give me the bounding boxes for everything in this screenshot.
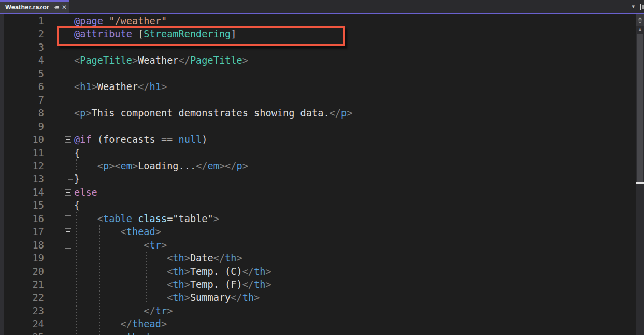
line-number: 13	[0, 172, 44, 185]
code-line[interactable]: 8<p>This component demonstrates showing …	[0, 107, 632, 120]
code-text[interactable]: {	[74, 147, 80, 159]
code-line[interactable]: 15{	[0, 199, 632, 212]
line-number: 21	[0, 278, 44, 291]
code-line[interactable]: 16 <table class="table">	[0, 212, 632, 225]
line-number: 18	[0, 239, 44, 252]
code-text[interactable]: <h1>Weather</h1>	[74, 80, 167, 93]
code-text[interactable]: }	[74, 172, 80, 185]
line-number: 2	[0, 27, 44, 40]
line-number: 16	[0, 212, 44, 225]
code-text[interactable]: <tbody>	[74, 331, 161, 335]
code-line[interactable]: 19 <th>Date</th>	[0, 252, 632, 265]
fold-collapse-toggle[interactable]	[65, 136, 71, 143]
code-line[interactable]: 25 <tbody>	[0, 331, 632, 335]
scroll-up-arrow[interactable]: ▲	[636, 26, 644, 33]
code-text[interactable]: @if (forecasts == null)	[74, 133, 208, 146]
code-text[interactable]: {	[74, 199, 80, 212]
indent-guide	[99, 225, 100, 335]
code-text[interactable]: </thead>	[74, 317, 167, 330]
code-line[interactable]: 24 </thead>	[0, 317, 632, 330]
code-text[interactable]: <th>Temp. (F)</th>	[74, 278, 271, 291]
line-number: 24	[0, 317, 44, 330]
line-number: 5	[0, 67, 44, 80]
indent-guide	[68, 143, 68, 179]
line-number: 15	[0, 199, 44, 212]
code-line[interactable]: 11{	[0, 147, 632, 159]
code-line[interactable]: 23 </tr>	[0, 304, 632, 317]
clipped-toolbar-icon	[640, 4, 644, 10]
code-text[interactable]: <table class="table">	[74, 212, 219, 225]
code-line[interactable]: 9	[0, 120, 632, 133]
code-line[interactable]: 21 <th>Temp. (F)</th>	[0, 278, 632, 291]
code-text[interactable]: <tr>	[74, 239, 167, 252]
indent-guide	[146, 252, 147, 304]
code-line[interactable]: 10@if (forecasts == null)	[0, 133, 632, 146]
tab-weather-razor[interactable]: Weather.razor ✕	[0, 0, 69, 13]
caret-position-marker	[636, 182, 644, 184]
code-text[interactable]: <th>Summary</th>	[74, 291, 260, 304]
fold-collapse-toggle[interactable]	[65, 228, 71, 235]
code-text[interactable]: <thead>	[74, 225, 161, 238]
code-line[interactable]: 6<h1>Weather</h1>	[0, 80, 632, 93]
line-number: 4	[0, 54, 44, 67]
indent-guide	[123, 239, 123, 318]
line-number: 25	[0, 331, 44, 335]
line-number: 20	[0, 265, 44, 278]
code-text[interactable]: else	[74, 186, 97, 199]
code-text[interactable]: <p><em>Loading...</em></p>	[74, 159, 248, 172]
code-line[interactable]: 22 <th>Summary</th>	[0, 291, 632, 304]
line-number: 17	[0, 225, 44, 238]
line-number: 14	[0, 186, 44, 199]
pin-icon[interactable]	[53, 4, 60, 11]
indent-guide	[76, 159, 77, 173]
split-editor-handle[interactable]	[636, 14, 644, 26]
code-line[interactable]: 13}	[0, 172, 632, 185]
annotation-highlight-box	[57, 26, 345, 46]
close-icon[interactable]: ✕	[62, 4, 67, 11]
line-number: 6	[0, 80, 44, 93]
tab-bar: Weather.razor ✕ ▾	[0, 0, 644, 13]
line-number: 12	[0, 159, 44, 172]
tab-list-dropdown-icon[interactable]: ▾	[632, 3, 635, 10]
line-number: 7	[0, 94, 44, 107]
code-editor[interactable]: 1@page "/weather"2@attribute [StreamRend…	[0, 14, 644, 335]
code-line[interactable]: 5	[0, 67, 632, 80]
code-line[interactable]: 4<PageTitle>Weather</PageTitle>	[0, 54, 632, 67]
indent-guide	[76, 212, 77, 335]
code-text[interactable]: <PageTitle>Weather</PageTitle>	[74, 54, 248, 67]
line-number: 11	[0, 147, 44, 159]
line-number: 8	[0, 107, 44, 120]
code-text[interactable]: @page "/weather"	[74, 14, 167, 27]
line-number: 23	[0, 304, 44, 317]
outline-end-tick	[68, 179, 73, 180]
visual-studio-window: Weather.razor ✕ ▾ 1@page "/weather"2@att…	[0, 0, 644, 335]
fold-collapse-toggle[interactable]	[65, 215, 71, 222]
line-number: 10	[0, 133, 44, 146]
code-text[interactable]: <th>Temp. (C)</th>	[74, 265, 271, 278]
line-number: 9	[0, 120, 44, 133]
line-number: 22	[0, 291, 44, 304]
line-number: 1	[0, 14, 44, 27]
code-line[interactable]: 18 <tr>	[0, 239, 632, 252]
fold-collapse-toggle[interactable]	[65, 189, 71, 196]
code-line[interactable]: 14else	[0, 186, 632, 199]
scrollbar-thumb[interactable]	[637, 34, 643, 182]
code-line[interactable]: 1@page "/weather"	[0, 14, 632, 27]
code-line[interactable]: 12 <p><em>Loading...</em></p>	[0, 159, 632, 172]
code-line[interactable]: 17 <thead>	[0, 225, 632, 238]
line-number: 19	[0, 252, 44, 265]
vertical-scrollbar[interactable]: ▲	[636, 14, 644, 335]
code-text[interactable]: <p>This component demonstrates showing d…	[74, 107, 352, 120]
fold-collapse-toggle[interactable]	[65, 242, 71, 249]
code-line[interactable]: 20 <th>Temp. (C)</th>	[0, 265, 632, 278]
line-number: 3	[0, 41, 44, 54]
code-text[interactable]: </tr>	[74, 304, 173, 317]
tab-title: Weather.razor	[5, 4, 49, 11]
code-line[interactable]: 7	[0, 94, 632, 107]
